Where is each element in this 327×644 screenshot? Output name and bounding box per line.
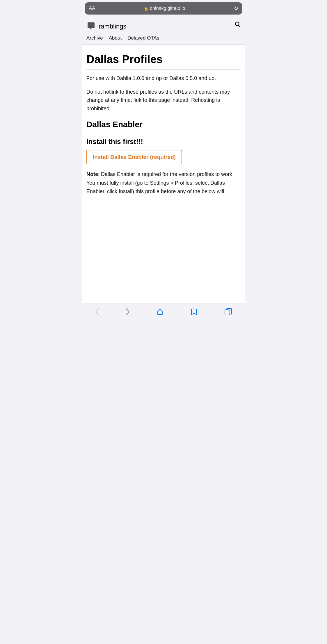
site-title: ramblings: [99, 23, 126, 30]
site-header-left: ramblings: [86, 22, 126, 31]
install-enabler-button[interactable]: Install Dallas Enabler (required): [86, 150, 182, 164]
url-bar[interactable]: 🔒 dhinakg.github.io: [144, 6, 185, 11]
note-body: : Dallas Enabler is required for the ver…: [86, 171, 234, 194]
tabs-button[interactable]: [221, 307, 235, 317]
intro-paragraph: For use with Dahlia 1.0.0 and up or Dall…: [86, 74, 241, 83]
bookmarks-button[interactable]: [187, 307, 201, 317]
lock-icon: 🔒: [144, 6, 148, 11]
site-logo: [86, 22, 96, 31]
nav-delayed-otas[interactable]: Delayed OTAs: [127, 35, 159, 41]
note-paragraph: Note: Dallas Enabler is required for the…: [86, 170, 241, 196]
site-logo-icon: [86, 22, 96, 31]
svg-rect-3: [225, 310, 230, 315]
note-intro-bold: Note: [86, 171, 98, 177]
site-header: ramblings: [82, 17, 245, 32]
url-text: dhinakg.github.io: [150, 6, 185, 11]
nav-about[interactable]: About: [109, 35, 122, 41]
main-content: Dallas Profiles For use with Dahlia 1.0.…: [82, 45, 245, 303]
subsection1-title: Install this first!!!: [86, 138, 241, 146]
warning-paragraph: Do not hotlink to these profiles as the …: [86, 88, 241, 113]
title-divider: [86, 69, 241, 70]
section1-divider: [86, 133, 241, 133]
address-bar: AA 🔒 dhinakg.github.io ↻: [85, 2, 242, 15]
back-button[interactable]: [92, 307, 102, 317]
nav-archive[interactable]: Archive: [86, 35, 103, 41]
page-title: Dallas Profiles: [86, 54, 241, 66]
svg-line-1: [239, 25, 240, 27]
bottom-toolbar: [82, 303, 245, 322]
search-button[interactable]: [234, 21, 241, 32]
forward-button[interactable]: [123, 307, 133, 317]
reload-button[interactable]: ↻: [234, 5, 238, 12]
text-resize-button[interactable]: AA: [89, 6, 95, 11]
share-button[interactable]: [153, 307, 167, 317]
section1-title: Dallas Enabler: [86, 120, 241, 129]
site-nav: Archive About Delayed OTAs: [82, 32, 245, 45]
